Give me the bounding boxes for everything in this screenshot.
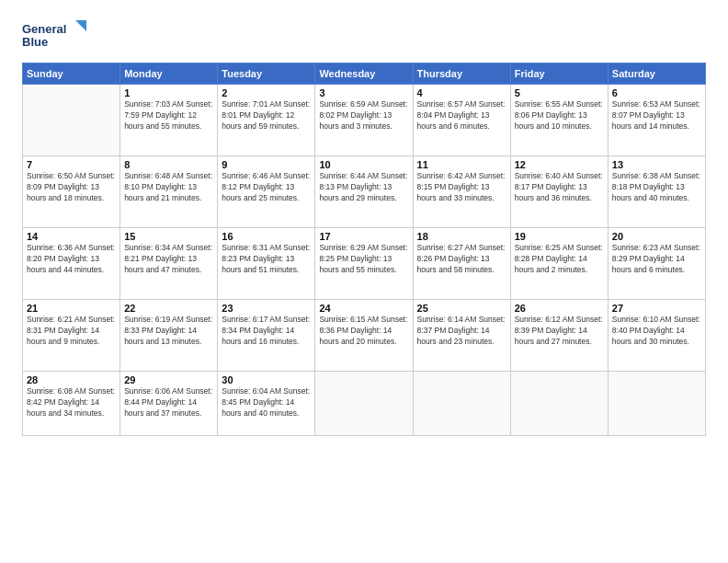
day-info: Sunrise: 6:21 AM Sunset: 8:31 PM Dayligh… (27, 315, 116, 348)
calendar-day-cell: 4Sunrise: 6:57 AM Sunset: 8:04 PM Daylig… (413, 85, 510, 156)
logo: General Blue (22, 18, 86, 52)
day-info: Sunrise: 6:50 AM Sunset: 8:09 PM Dayligh… (27, 171, 116, 204)
day-number: 25 (417, 303, 506, 314)
calendar-day-cell: 7Sunrise: 6:50 AM Sunset: 8:09 PM Daylig… (23, 156, 120, 228)
day-number: 28 (27, 374, 116, 385)
day-number: 10 (319, 159, 408, 170)
calendar-week-row: 14Sunrise: 6:36 AM Sunset: 8:20 PM Dayli… (23, 228, 706, 300)
calendar-day-cell: 20Sunrise: 6:23 AM Sunset: 8:29 PM Dayli… (608, 228, 705, 300)
day-number: 19 (515, 231, 604, 242)
day-number: 17 (319, 231, 408, 242)
calendar-day-cell: 26Sunrise: 6:12 AM Sunset: 8:39 PM Dayli… (510, 300, 608, 372)
day-number: 1 (124, 87, 213, 98)
day-info: Sunrise: 6:08 AM Sunset: 8:42 PM Dayligh… (27, 386, 116, 419)
weekday-header-cell: Wednesday (315, 63, 413, 85)
calendar-day-cell: 11Sunrise: 6:42 AM Sunset: 8:15 PM Dayli… (413, 156, 510, 228)
weekday-header-cell: Friday (510, 63, 608, 85)
day-info: Sunrise: 6:27 AM Sunset: 8:26 PM Dayligh… (417, 243, 506, 276)
calendar-day-cell: 15Sunrise: 6:34 AM Sunset: 8:21 PM Dayli… (120, 228, 218, 300)
day-info: Sunrise: 6:42 AM Sunset: 8:15 PM Dayligh… (417, 171, 506, 204)
header: General Blue (22, 18, 706, 52)
weekday-header-cell: Saturday (608, 63, 705, 85)
svg-marker-2 (75, 20, 86, 31)
day-number: 5 (515, 87, 604, 98)
calendar-day-cell: 6Sunrise: 6:53 AM Sunset: 8:07 PM Daylig… (608, 85, 705, 156)
page: General Blue SundayMondayTuesdayWednesda… (0, 0, 728, 563)
weekday-header-cell: Tuesday (218, 63, 315, 85)
calendar-day-cell: 3Sunrise: 6:59 AM Sunset: 8:02 PM Daylig… (315, 85, 413, 156)
day-info: Sunrise: 6:10 AM Sunset: 8:40 PM Dayligh… (612, 315, 701, 348)
calendar-day-cell: 13Sunrise: 6:38 AM Sunset: 8:18 PM Dayli… (608, 156, 705, 228)
calendar-day-cell (608, 372, 705, 436)
day-info: Sunrise: 6:36 AM Sunset: 8:20 PM Dayligh… (27, 243, 116, 276)
calendar-day-cell: 10Sunrise: 6:44 AM Sunset: 8:13 PM Dayli… (315, 156, 413, 228)
day-info: Sunrise: 6:12 AM Sunset: 8:39 PM Dayligh… (515, 315, 604, 348)
day-info: Sunrise: 6:23 AM Sunset: 8:29 PM Dayligh… (612, 243, 701, 276)
calendar-day-cell: 27Sunrise: 6:10 AM Sunset: 8:40 PM Dayli… (608, 300, 705, 372)
day-info: Sunrise: 6:53 AM Sunset: 8:07 PM Dayligh… (612, 99, 701, 132)
day-number: 16 (222, 231, 311, 242)
calendar-day-cell: 19Sunrise: 6:25 AM Sunset: 8:28 PM Dayli… (510, 228, 608, 300)
day-number: 14 (27, 231, 116, 242)
calendar-day-cell: 17Sunrise: 6:29 AM Sunset: 8:25 PM Dayli… (315, 228, 413, 300)
calendar-table: SundayMondayTuesdayWednesdayThursdayFrid… (22, 63, 706, 436)
calendar-day-cell: 5Sunrise: 6:55 AM Sunset: 8:06 PM Daylig… (510, 85, 608, 156)
day-info: Sunrise: 6:40 AM Sunset: 8:17 PM Dayligh… (515, 171, 604, 204)
day-info: Sunrise: 7:01 AM Sunset: 8:01 PM Dayligh… (222, 99, 311, 132)
day-number: 29 (124, 374, 213, 385)
weekday-header-row: SundayMondayTuesdayWednesdayThursdayFrid… (23, 63, 706, 85)
day-info: Sunrise: 6:29 AM Sunset: 8:25 PM Dayligh… (319, 243, 408, 276)
day-number: 18 (417, 231, 506, 242)
logo-svg: General Blue (22, 18, 86, 52)
day-number: 13 (612, 159, 701, 170)
day-number: 20 (612, 231, 701, 242)
day-info: Sunrise: 6:14 AM Sunset: 8:37 PM Dayligh… (417, 315, 506, 348)
day-number: 26 (515, 303, 604, 314)
day-info: Sunrise: 6:31 AM Sunset: 8:23 PM Dayligh… (222, 243, 311, 276)
calendar-day-cell: 1Sunrise: 7:03 AM Sunset: 7:59 PM Daylig… (120, 85, 218, 156)
weekday-header-cell: Sunday (23, 63, 120, 85)
day-info: Sunrise: 7:03 AM Sunset: 7:59 PM Dayligh… (124, 99, 213, 132)
day-info: Sunrise: 6:15 AM Sunset: 8:36 PM Dayligh… (319, 315, 408, 348)
day-info: Sunrise: 6:25 AM Sunset: 8:28 PM Dayligh… (515, 243, 604, 276)
calendar-day-cell: 22Sunrise: 6:19 AM Sunset: 8:33 PM Dayli… (120, 300, 218, 372)
day-info: Sunrise: 6:59 AM Sunset: 8:02 PM Dayligh… (319, 99, 408, 132)
day-number: 24 (319, 303, 408, 314)
calendar-day-cell: 29Sunrise: 6:06 AM Sunset: 8:44 PM Dayli… (120, 372, 218, 436)
day-number: 30 (222, 374, 311, 385)
calendar-day-cell (315, 372, 413, 436)
day-number: 23 (222, 303, 311, 314)
day-info: Sunrise: 6:06 AM Sunset: 8:44 PM Dayligh… (124, 386, 213, 419)
calendar-body: 1Sunrise: 7:03 AM Sunset: 7:59 PM Daylig… (23, 85, 706, 436)
weekday-header-cell: Thursday (413, 63, 510, 85)
day-number: 12 (515, 159, 604, 170)
calendar-day-cell: 24Sunrise: 6:15 AM Sunset: 8:36 PM Dayli… (315, 300, 413, 372)
day-number: 11 (417, 159, 506, 170)
day-number: 6 (612, 87, 701, 98)
day-number: 21 (27, 303, 116, 314)
calendar-day-cell: 21Sunrise: 6:21 AM Sunset: 8:31 PM Dayli… (23, 300, 120, 372)
day-number: 27 (612, 303, 701, 314)
calendar-day-cell: 9Sunrise: 6:46 AM Sunset: 8:12 PM Daylig… (218, 156, 315, 228)
calendar-day-cell: 25Sunrise: 6:14 AM Sunset: 8:37 PM Dayli… (413, 300, 510, 372)
day-info: Sunrise: 6:44 AM Sunset: 8:13 PM Dayligh… (319, 171, 408, 204)
day-number: 9 (222, 159, 311, 170)
calendar-day-cell: 30Sunrise: 6:04 AM Sunset: 8:45 PM Dayli… (218, 372, 315, 436)
day-info: Sunrise: 6:19 AM Sunset: 8:33 PM Dayligh… (124, 315, 213, 348)
calendar-week-row: 21Sunrise: 6:21 AM Sunset: 8:31 PM Dayli… (23, 300, 706, 372)
day-number: 8 (124, 159, 213, 170)
svg-text:Blue: Blue (22, 35, 48, 49)
calendar-day-cell (23, 85, 120, 156)
day-number: 2 (222, 87, 311, 98)
day-number: 15 (124, 231, 213, 242)
calendar-day-cell: 28Sunrise: 6:08 AM Sunset: 8:42 PM Dayli… (23, 372, 120, 436)
calendar-week-row: 28Sunrise: 6:08 AM Sunset: 8:42 PM Dayli… (23, 372, 706, 436)
calendar-day-cell: 8Sunrise: 6:48 AM Sunset: 8:10 PM Daylig… (120, 156, 218, 228)
calendar-day-cell: 12Sunrise: 6:40 AM Sunset: 8:17 PM Dayli… (510, 156, 608, 228)
calendar-day-cell: 14Sunrise: 6:36 AM Sunset: 8:20 PM Dayli… (23, 228, 120, 300)
calendar-day-cell: 16Sunrise: 6:31 AM Sunset: 8:23 PM Dayli… (218, 228, 315, 300)
day-info: Sunrise: 6:46 AM Sunset: 8:12 PM Dayligh… (222, 171, 311, 204)
day-info: Sunrise: 6:17 AM Sunset: 8:34 PM Dayligh… (222, 315, 311, 348)
weekday-header-cell: Monday (120, 63, 218, 85)
day-info: Sunrise: 6:57 AM Sunset: 8:04 PM Dayligh… (417, 99, 506, 132)
